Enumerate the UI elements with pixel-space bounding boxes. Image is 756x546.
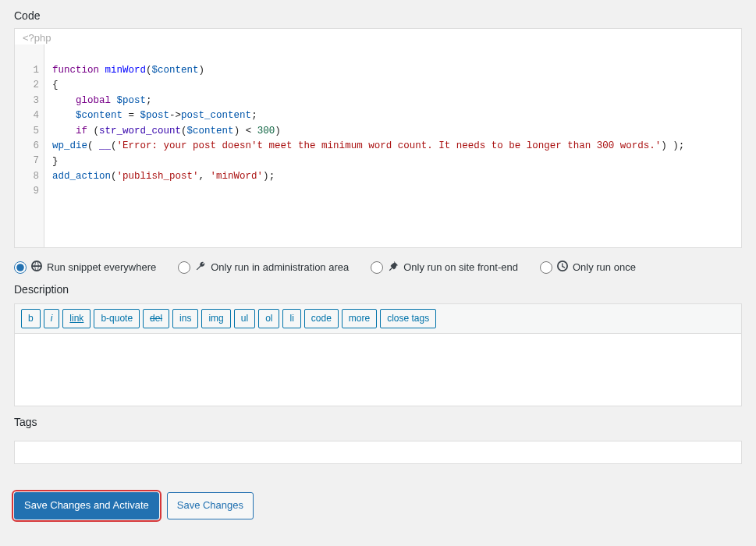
tags-input[interactable] [14,441,742,464]
qt-ins-button[interactable]: ins [172,309,198,328]
section-title-description: Description [14,283,742,296]
run-option-radio[interactable] [178,261,190,274]
run-option-1[interactable]: Only run in administration area [178,261,349,274]
qt-link-button[interactable]: link [62,309,91,328]
save-and-activate-button[interactable]: Save Changes and Activate [14,492,159,519]
line-number-gutter: 123456789 [15,44,44,247]
qt-del-button[interactable]: del [143,309,169,328]
run-option-0[interactable]: Run snippet everywhere [14,261,156,274]
run-option-3[interactable]: Only run once [540,261,636,274]
quicktags-toolbar: bilinkb-quotedelinsimgulollicodemoreclos… [15,304,741,334]
php-open-tag-placeholder: <?php [15,29,741,44]
description-textarea[interactable] [15,334,741,406]
section-title-code: Code [14,9,742,22]
qt-b-quote-button[interactable]: b-quote [94,309,140,328]
clock-icon [557,261,568,274]
code-content[interactable]: function minWord($content){ global $post… [44,44,741,247]
run-option-radio[interactable] [371,261,383,274]
run-option-2[interactable]: Only run on site front-end [371,261,518,274]
qt-i-button[interactable]: i [44,309,60,328]
qt-code-button[interactable]: code [304,309,339,328]
run-option-label: Only run once [573,261,636,273]
run-option-radio[interactable] [540,261,552,274]
pin-icon [388,261,399,274]
qt-more-button[interactable]: more [342,309,377,328]
qt-ul-button[interactable]: ul [234,309,255,328]
description-editor: bilinkb-quotedelinsimgulollicodemoreclos… [14,303,742,406]
save-changes-button[interactable]: Save Changes [167,492,254,519]
section-title-tags: Tags [14,416,742,428]
run-option-radio[interactable] [14,261,27,274]
qt-ol-button[interactable]: ol [258,309,279,328]
run-option-label: Only run on site front-end [403,261,518,273]
qt-li-button[interactable]: li [282,309,300,328]
qt-close-tags-button[interactable]: close tags [380,309,436,328]
wrench-icon [195,261,206,274]
run-scope-options: Run snippet everywhereOnly run in admini… [14,261,742,274]
run-option-label: Run snippet everywhere [47,261,156,273]
form-actions: Save Changes and Activate Save Changes [14,492,742,519]
qt-img-button[interactable]: img [201,309,230,328]
qt-b-button[interactable]: b [21,309,41,328]
run-option-label: Only run in administration area [211,261,349,273]
code-editor[interactable]: <?php 123456789 function minWord($conten… [14,28,742,248]
globe-icon [31,261,42,274]
